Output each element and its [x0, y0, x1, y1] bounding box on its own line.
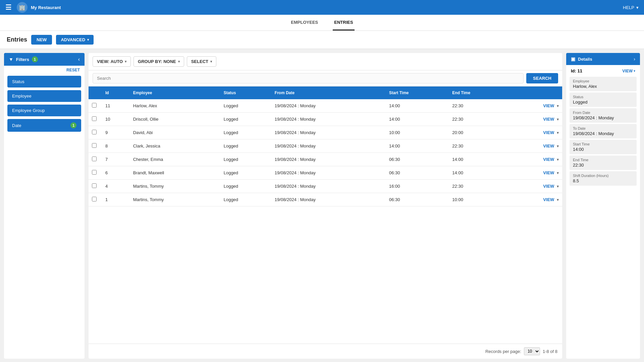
table-row: 8 Clark, Jessica Logged 19/08/2024 : Mon… — [89, 139, 562, 153]
col-end-time: End Time — [449, 86, 508, 99]
detail-field: From Date 19/08/2024 : Monday — [570, 108, 637, 123]
row-checkbox[interactable] — [92, 143, 97, 148]
pagination-range: 1-8 of 8 — [543, 349, 557, 354]
sidebar-collapse-icon[interactable]: ‹ — [78, 56, 80, 62]
cell-end-time: 10:00 — [449, 193, 508, 206]
row-view-link[interactable]: VIEW — [543, 130, 554, 135]
group-by-dropdown-icon: ▾ — [178, 60, 180, 63]
row-checkbox[interactable] — [92, 116, 97, 121]
row-dropdown-icon[interactable]: ▾ — [557, 117, 559, 122]
tab-employees[interactable]: EMPLOYEES — [289, 15, 319, 31]
cell-actions: VIEW ▾ — [508, 166, 562, 180]
toolbar: VIEW: AUTO ▾ GROUP BY: NONE ▾ SELECT ▾ — [89, 53, 562, 70]
search-input[interactable] — [93, 73, 524, 83]
filter-employee[interactable]: Employee — [7, 90, 81, 102]
search-button[interactable]: SEARCH — [526, 73, 558, 83]
records-per-page-select[interactable]: 10 25 50 — [524, 347, 540, 355]
cell-from-date: 19/08/2024 : Monday — [271, 193, 386, 206]
cell-employee: Brandt, Maxwell — [130, 166, 220, 180]
app-logo: 🏢 — [17, 2, 28, 13]
help-label: HELP — [623, 5, 634, 10]
cell-from-date: 19/08/2024 : Monday — [271, 139, 386, 153]
cell-start-time: 06:30 — [386, 153, 449, 166]
cell-status: Logged — [220, 99, 271, 113]
cell-from-date: 19/08/2024 : Monday — [271, 126, 386, 139]
help-button[interactable]: HELP ▾ — [623, 5, 639, 10]
detail-field-value: 14:00 — [573, 147, 633, 152]
cell-end-time: 22:30 — [449, 113, 508, 126]
group-by-button[interactable]: GROUP BY: NONE ▾ — [133, 56, 184, 67]
table-header-row: Id Employee Status From Date Start Time … — [89, 86, 562, 99]
table-row: 6 Brandt, Maxwell Logged 19/08/2024 : Mo… — [89, 166, 562, 180]
tab-entries[interactable]: ENTRIES — [333, 15, 354, 31]
cell-start-time: 14:00 — [386, 139, 449, 153]
details-id: Id: 11 — [571, 68, 582, 73]
row-dropdown-icon[interactable]: ▾ — [557, 144, 559, 148]
row-view-link[interactable]: VIEW — [543, 157, 554, 162]
filters-badge: 1 — [32, 56, 38, 62]
table-row: 10 Driscoll, Ollie Logged 19/08/2024 : M… — [89, 113, 562, 126]
cell-start-time: 16:00 — [386, 180, 449, 193]
col-start-time: Start Time — [386, 86, 449, 99]
detail-field-label: From Date — [573, 111, 633, 115]
cell-end-time: 22:30 — [449, 180, 508, 193]
select-button[interactable]: SELECT ▾ — [187, 56, 216, 67]
row-view-link[interactable]: VIEW — [543, 103, 554, 108]
detail-field: Start Time 14:00 — [570, 140, 637, 154]
cell-employee: Chester, Emma — [130, 153, 220, 166]
detail-field: Shift Duration (Hours) 8.5 — [570, 171, 637, 186]
details-view-dropdown-icon[interactable]: ▾ — [634, 69, 635, 73]
filter-status[interactable]: Status — [7, 76, 81, 87]
row-dropdown-icon[interactable]: ▾ — [557, 157, 559, 162]
filter-date[interactable]: Date 1 — [7, 119, 81, 132]
row-view-link[interactable]: VIEW — [543, 170, 554, 175]
filter-employee-group[interactable]: Employee Group — [7, 105, 81, 116]
cell-employee: Driscoll, Ollie — [130, 113, 220, 126]
col-id: Id — [102, 86, 130, 99]
cell-id: 4 — [102, 180, 130, 193]
hamburger-icon[interactable]: ☰ — [5, 3, 11, 11]
detail-field-value: 8.5 — [573, 178, 633, 183]
detail-field-label: Status — [573, 95, 633, 99]
row-dropdown-icon[interactable]: ▾ — [557, 197, 559, 202]
cell-end-time: 20:00 — [449, 126, 508, 139]
row-checkbox[interactable] — [92, 197, 97, 201]
row-checkbox[interactable] — [92, 157, 97, 161]
cell-status: Logged — [220, 113, 271, 126]
row-view-link[interactable]: VIEW — [543, 184, 554, 189]
detail-field-label: Start Time — [573, 142, 633, 146]
col-employee: Employee — [130, 86, 220, 99]
cell-from-date: 19/08/2024 : Monday — [271, 166, 386, 180]
cell-id: 6 — [102, 166, 130, 180]
details-expand-icon[interactable]: › — [634, 56, 635, 62]
row-view-link[interactable]: VIEW — [543, 143, 554, 148]
cell-end-time: 22:30 — [449, 139, 508, 153]
row-dropdown-icon[interactable]: ▾ — [557, 130, 559, 135]
cell-id: 1 — [102, 193, 130, 206]
row-checkbox[interactable] — [92, 103, 97, 108]
row-dropdown-icon[interactable]: ▾ — [557, 184, 559, 189]
details-fields: Employee Harlow, Alex Status Logged From… — [566, 75, 640, 187]
advanced-button[interactable]: ADVANCED ▾ — [56, 35, 94, 45]
detail-field: Status Logged — [570, 93, 637, 107]
new-button[interactable]: NEW — [31, 35, 52, 45]
cell-actions: VIEW ▾ — [508, 99, 562, 113]
filters-label: Filters — [16, 57, 29, 62]
details-view-button[interactable]: VIEW — [622, 69, 633, 73]
view-button[interactable]: VIEW: AUTO ▾ — [93, 56, 131, 67]
detail-field: End Time 22:30 — [570, 156, 637, 170]
cell-from-date: 19/08/2024 : Monday — [271, 99, 386, 113]
row-view-link[interactable]: VIEW — [543, 117, 554, 122]
select-label: SELECT — [191, 59, 208, 64]
row-dropdown-icon[interactable]: ▾ — [557, 171, 559, 175]
detail-field-value: Logged — [573, 100, 633, 105]
row-checkbox[interactable] — [92, 130, 97, 134]
cell-id: 10 — [102, 113, 130, 126]
row-view-link[interactable]: VIEW — [543, 197, 554, 202]
row-dropdown-icon[interactable]: ▾ — [557, 104, 559, 108]
details-panel: ▣ Details › Id: 11 VIEW ▾ Employee Harlo… — [566, 53, 640, 359]
reset-button[interactable]: RESET — [4, 66, 85, 74]
row-checkbox[interactable] — [92, 170, 97, 175]
row-checkbox[interactable] — [92, 183, 97, 188]
cell-id: 8 — [102, 139, 130, 153]
